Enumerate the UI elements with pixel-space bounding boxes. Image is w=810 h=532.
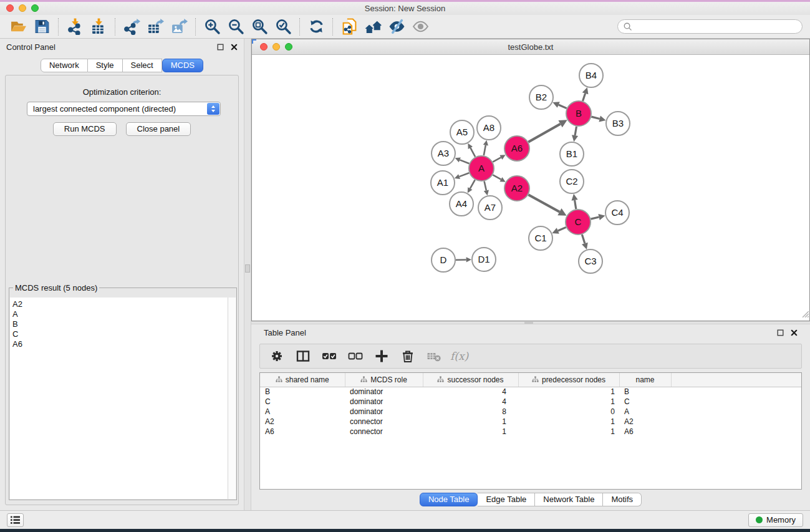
function-builder-button[interactable]: f(x) xyxy=(451,348,468,365)
mcds-result-item[interactable]: B xyxy=(12,319,228,329)
delete-table-button[interactable] xyxy=(425,348,442,365)
network-graph[interactable]: B4B2BB3A8A5A6A3B1AC2A1A2A4A7C4CC1DD1C3 xyxy=(252,55,809,321)
clone-network-button[interactable] xyxy=(337,17,361,36)
table-cell[interactable]: 1 xyxy=(518,427,619,437)
graph-edge-C-C1[interactable] xyxy=(558,227,566,231)
tab-network-table[interactable]: Network Table xyxy=(535,493,603,506)
table-settings-button[interactable] xyxy=(268,348,285,365)
graph-edge-B-B2[interactable] xyxy=(559,105,567,109)
window-resize-grip[interactable] xyxy=(801,309,809,320)
float-panel-icon[interactable] xyxy=(217,44,224,51)
network-minimize-button[interactable] xyxy=(272,43,280,51)
mcds-result-item[interactable]: A6 xyxy=(12,339,228,349)
search-box[interactable] xyxy=(617,19,803,34)
table-row[interactable]: Bdominator41B xyxy=(260,387,801,397)
graph-edge-A-A3[interactable] xyxy=(460,160,469,163)
divider-grip[interactable] xyxy=(524,322,533,324)
graph-edge-B-B1[interactable] xyxy=(575,127,576,135)
table-row[interactable]: Cdominator41C xyxy=(260,397,801,407)
hide-panel-eye-button[interactable] xyxy=(385,17,408,36)
table-cell[interactable]: A2 xyxy=(619,417,671,427)
table-cell[interactable]: C xyxy=(619,397,671,407)
mcds-list-scrollbar[interactable] xyxy=(228,297,236,499)
tab-select[interactable]: Select xyxy=(123,59,162,72)
table-cell[interactable] xyxy=(671,427,801,437)
column-header-predecessor-nodes[interactable]: predecessor nodes xyxy=(518,373,619,387)
refresh-button[interactable] xyxy=(304,17,328,36)
zoom-fit-button[interactable] xyxy=(248,17,271,36)
column-header-name[interactable]: name xyxy=(619,373,671,387)
open-file-button[interactable] xyxy=(6,17,30,36)
toggle-columns-button[interactable] xyxy=(294,348,311,365)
deselect-all-checkboxes-button[interactable] xyxy=(347,348,364,365)
vertical-split-divider[interactable] xyxy=(244,39,251,510)
table-cell[interactable]: 1 xyxy=(423,417,518,427)
export-image-button[interactable] xyxy=(167,17,191,36)
table-cell[interactable]: A6 xyxy=(619,427,671,437)
table-cell[interactable]: A xyxy=(619,407,671,417)
table-cell[interactable]: C xyxy=(260,397,345,407)
select-all-checkboxes-button[interactable] xyxy=(321,348,337,365)
save-session-button[interactable] xyxy=(30,17,54,36)
column-header-successor-nodes[interactable]: successor nodes xyxy=(423,373,518,387)
graph-edge-A-A1[interactable] xyxy=(460,173,470,177)
graph-edge-B-B3[interactable] xyxy=(591,117,599,118)
export-network-button[interactable] xyxy=(120,17,143,36)
search-input[interactable] xyxy=(635,22,797,31)
tab-node-table[interactable]: Node Table xyxy=(420,493,478,506)
memory-button[interactable]: Memory xyxy=(748,513,803,527)
mcds-result-item[interactable]: A xyxy=(12,309,228,319)
graph-edge-C-C4[interactable] xyxy=(591,217,599,219)
tab-edge-table[interactable]: Edge Table xyxy=(478,493,535,506)
table-cell[interactable] xyxy=(671,417,801,427)
table-cell[interactable]: B xyxy=(619,387,671,397)
network-zoom-button[interactable] xyxy=(285,43,292,51)
mcds-result-item[interactable]: A2 xyxy=(12,299,228,309)
graph-edge-A-A6[interactable] xyxy=(493,157,501,162)
close-panel-button[interactable]: Close panel xyxy=(126,122,191,136)
import-network-button[interactable] xyxy=(63,17,87,36)
table-cell[interactable] xyxy=(671,407,801,417)
home-button[interactable] xyxy=(361,17,385,36)
graph-edge-A-A8[interactable] xyxy=(484,145,486,155)
minimize-window-button[interactable] xyxy=(19,4,26,12)
table-cell[interactable]: A xyxy=(260,407,345,417)
import-table-button[interactable] xyxy=(87,17,110,36)
zoom-window-button[interactable] xyxy=(31,4,39,12)
add-column-button[interactable] xyxy=(373,348,390,365)
table-cell[interactable]: 4 xyxy=(423,397,518,407)
table-cell[interactable]: A2 xyxy=(260,417,345,427)
table-cell[interactable]: 1 xyxy=(518,417,619,427)
table-cell[interactable]: connector xyxy=(345,417,423,427)
tab-style[interactable]: Style xyxy=(88,59,123,72)
graph-edge-C-C2[interactable] xyxy=(575,200,576,209)
table-cell[interactable]: 1 xyxy=(518,397,619,407)
graph-edge-A-A5[interactable] xyxy=(470,148,475,157)
close-window-button[interactable] xyxy=(6,4,14,12)
table-cell[interactable]: 4 xyxy=(423,387,518,397)
table-cell[interactable]: B xyxy=(260,387,345,397)
run-mcds-button[interactable]: Run MCDS xyxy=(53,122,117,136)
table-cell[interactable]: 1 xyxy=(423,427,518,437)
zoom-selected-button[interactable] xyxy=(271,17,295,36)
table-cell[interactable]: dominator xyxy=(345,387,423,397)
graph-edge-A6-B[interactable] xyxy=(528,124,560,142)
tab-mcds[interactable]: MCDS xyxy=(162,59,203,72)
table-cell[interactable]: dominator xyxy=(345,397,423,407)
tab-motifs[interactable]: Motifs xyxy=(603,493,642,506)
network-canvas[interactable]: B4B2BB3A8A5A6A3B1AC2A1A2A4A7C4CC1DD1C3 xyxy=(252,55,809,321)
graph-edge-C-C3[interactable] xyxy=(582,235,584,243)
table-cell[interactable]: 1 xyxy=(518,387,619,397)
table-cell[interactable]: 0 xyxy=(518,407,619,417)
tab-network[interactable]: Network xyxy=(41,59,88,72)
delete-columns-button[interactable] xyxy=(399,348,416,365)
graph-edge-A-A2[interactable] xyxy=(493,175,501,179)
table-row[interactable]: A2connector11A2 xyxy=(260,417,801,427)
graph-edge-A-A7[interactable] xyxy=(485,181,486,190)
export-table-button[interactable] xyxy=(143,17,167,36)
table-cell[interactable]: connector xyxy=(345,427,423,437)
zoom-out-button[interactable] xyxy=(224,17,248,36)
criterion-dropdown[interactable]: largest connected component (directed) xyxy=(27,102,221,116)
zoom-in-button[interactable] xyxy=(200,17,224,36)
network-close-button[interactable] xyxy=(260,43,268,51)
